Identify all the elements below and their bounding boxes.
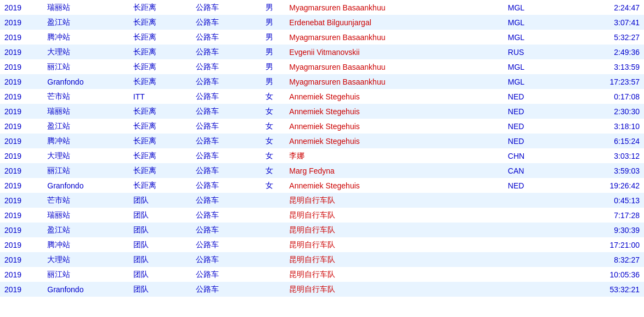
table-row: 2019 瑞丽站 团队 公路车 昆明自行车队 7:17:28: [0, 208, 644, 223]
cell-gender: [253, 267, 285, 282]
table-row: 2019 丽江站 长距离 公路车 女 Marg Fedyna CAN 3:59:…: [0, 163, 644, 178]
cell-stage: Granfondo: [43, 282, 129, 297]
cell-name: 昆明自行车队: [285, 223, 503, 237]
cell-time: 8:32:27: [566, 252, 644, 267]
cell-time: 0:17:08: [566, 89, 644, 104]
cell-type: 长距离: [129, 15, 191, 30]
cell-name: Erdenebat Bilguunjargal: [285, 15, 503, 30]
cell-gender: 女: [253, 119, 285, 134]
table-row: 2019 大理站 长距离 公路车 女 李娜 CHN 3:03:12: [0, 148, 644, 163]
cell-vehicle: 公路车: [191, 237, 254, 252]
cell-year: 2019: [0, 223, 43, 237]
cell-stage: 瑞丽站: [43, 208, 129, 223]
cell-stage: Granfondo: [43, 74, 129, 89]
table-row: 2019 盈江站 长距离 公路车 男 Erdenebat Bilguunjarg…: [0, 15, 644, 30]
cell-vehicle: 公路车: [191, 59, 254, 74]
cell-gender: 男: [253, 30, 285, 45]
cell-year: 2019: [0, 208, 43, 223]
cell-gender: 男: [253, 0, 285, 15]
cell-type: 长距离: [129, 59, 191, 74]
cell-year: 2019: [0, 59, 43, 74]
cell-stage: 大理站: [43, 148, 129, 163]
cell-year: 2019: [0, 45, 43, 59]
cell-type: 团队: [129, 252, 191, 267]
cell-stage: 腾冲站: [43, 30, 129, 45]
cell-year: 2019: [0, 178, 43, 193]
cell-vehicle: 公路车: [191, 252, 254, 267]
cell-stage: 芒市站: [43, 193, 129, 208]
cell-vehicle: 公路车: [191, 148, 254, 163]
cell-time: 5:32:27: [566, 30, 644, 45]
cell-stage: 芒市站: [43, 89, 129, 104]
table-row: 2019 盈江站 团队 公路车 昆明自行车队 9:30:39: [0, 223, 644, 237]
cell-year: 2019: [0, 30, 43, 45]
cell-name: Myagmarsuren Basaankhuu: [285, 0, 503, 15]
cell-country: CAN: [504, 163, 566, 178]
cell-time: 2:49:36: [566, 45, 644, 59]
cell-vehicle: 公路车: [191, 119, 254, 134]
cell-type: 长距离: [129, 30, 191, 45]
cell-stage: 丽江站: [43, 163, 129, 178]
cell-country: [504, 223, 566, 237]
cell-stage: 丽江站: [43, 59, 129, 74]
cell-type: ITT: [129, 89, 191, 104]
cell-country: RUS: [504, 45, 566, 59]
cell-year: 2019: [0, 252, 43, 267]
cell-country: [504, 193, 566, 208]
cell-name: 昆明自行车队: [285, 237, 503, 252]
cell-time: 19:26:42: [566, 178, 644, 193]
cell-name: Annemiek Stegehuis: [285, 119, 503, 134]
cell-gender: [253, 237, 285, 252]
cell-type: 长距离: [129, 134, 191, 148]
table-row: 2019 丽江站 团队 公路车 昆明自行车队 10:05:36: [0, 267, 644, 282]
cell-vehicle: 公路车: [191, 223, 254, 237]
table-row: 2019 Granfondo 长距离 公路车 男 Myagmarsuren Ba…: [0, 74, 644, 89]
cell-type: 团队: [129, 267, 191, 282]
cell-name: 李娜: [285, 148, 503, 163]
cell-year: 2019: [0, 134, 43, 148]
cell-gender: [253, 193, 285, 208]
cell-type: 团队: [129, 208, 191, 223]
cell-time: 17:21:00: [566, 237, 644, 252]
cell-country: MGL: [504, 59, 566, 74]
cell-vehicle: 公路车: [191, 163, 254, 178]
cell-stage: 大理站: [43, 45, 129, 59]
cell-stage: 丽江站: [43, 267, 129, 282]
cell-vehicle: 公路车: [191, 178, 254, 193]
cell-country: MGL: [504, 74, 566, 89]
cell-vehicle: 公路车: [191, 193, 254, 208]
cell-type: 长距离: [129, 0, 191, 15]
cell-type: 团队: [129, 237, 191, 252]
cell-year: 2019: [0, 282, 43, 297]
cell-name: 昆明自行车队: [285, 252, 503, 267]
cell-name: 昆明自行车队: [285, 267, 503, 282]
cell-country: [504, 237, 566, 252]
cell-stage: 大理站: [43, 252, 129, 267]
cell-vehicle: 公路车: [191, 282, 254, 297]
cell-stage: 盈江站: [43, 223, 129, 237]
cell-country: NED: [504, 89, 566, 104]
cell-gender: 女: [253, 134, 285, 148]
cell-type: 长距离: [129, 45, 191, 59]
cell-gender: 男: [253, 59, 285, 74]
cell-country: MGL: [504, 30, 566, 45]
cell-stage: 腾冲站: [43, 237, 129, 252]
cell-year: 2019: [0, 74, 43, 89]
cell-name: 昆明自行车队: [285, 282, 503, 297]
table-row: 2019 腾冲站 团队 公路车 昆明自行车队 17:21:00: [0, 237, 644, 252]
cell-type: 团队: [129, 223, 191, 237]
cell-type: 长距离: [129, 74, 191, 89]
cell-country: MGL: [504, 0, 566, 15]
cell-gender: 男: [253, 45, 285, 59]
table-row: 2019 Granfondo 长距离 公路车 女 Annemiek Stegeh…: [0, 178, 644, 193]
table-row: 2019 腾冲站 长距离 公路车 女 Annemiek Stegehuis NE…: [0, 134, 644, 148]
cell-name: Annemiek Stegehuis: [285, 134, 503, 148]
cell-gender: 女: [253, 163, 285, 178]
cell-year: 2019: [0, 163, 43, 178]
cell-gender: 女: [253, 89, 285, 104]
cell-time: 17:23:57: [566, 74, 644, 89]
cell-vehicle: 公路车: [191, 45, 254, 59]
cell-vehicle: 公路车: [191, 30, 254, 45]
table-row: 2019 盈江站 长距离 公路车 女 Annemiek Stegehuis NE…: [0, 119, 644, 134]
cell-type: 团队: [129, 193, 191, 208]
